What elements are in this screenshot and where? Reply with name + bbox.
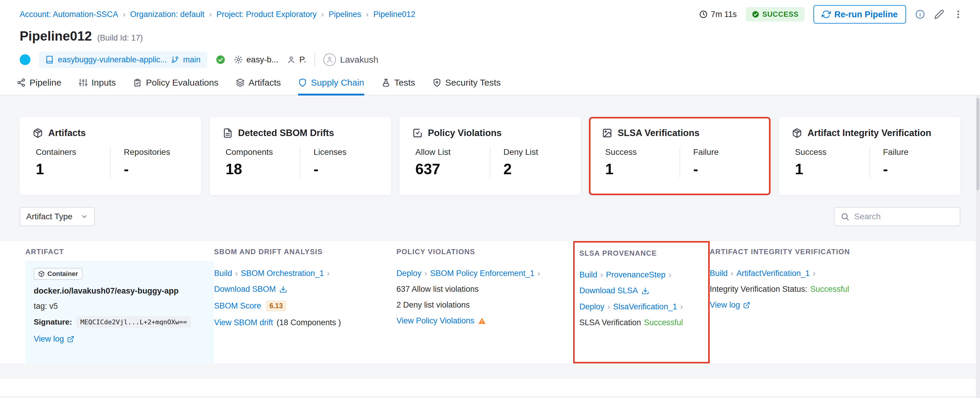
column-header: POLICY VIOLATIONS <box>396 241 573 261</box>
integrity-stage-link[interactable]: Build <box>710 269 727 278</box>
policy-cell: Deploy SBOM Policy Enforcement_1 637 All… <box>396 261 573 363</box>
card-title: Policy Violations <box>428 128 502 138</box>
tab-inputs[interactable]: Inputs <box>79 78 116 96</box>
artifact-type-label: Artifact Type <box>26 212 72 221</box>
sbom-score-link[interactable]: SBOM Score <box>214 301 261 310</box>
service-item[interactable]: easy-b... <box>234 55 278 64</box>
chevron-right-icon <box>813 269 816 278</box>
stat-value: 18 <box>226 160 300 178</box>
sbom-step-link[interactable]: SBOM Orchestration_1 <box>241 269 324 278</box>
artifact-signature: Signature: MEQCICde2Vjl...L+2+mqnOXw== <box>34 316 206 328</box>
tab-bar: Pipeline Inputs Policy Evaluations Artif… <box>0 78 980 96</box>
download-sbom-link[interactable]: Download SBOM <box>214 285 276 294</box>
view-policy-violations-line: View Policy Violations <box>396 316 562 326</box>
slsa-provenance-step-link[interactable]: ProvenanceStep <box>606 270 665 280</box>
components-count: (18 Components ) <box>277 318 341 327</box>
tab-artifacts[interactable]: Artifacts <box>236 78 281 96</box>
tab-policy-evaluations[interactable]: Policy Evaluations <box>133 78 218 96</box>
download-sbom-line: Download SBOM <box>214 285 386 294</box>
download-slsa-link[interactable]: Download SLSA <box>579 286 638 296</box>
edit-pencil-icon[interactable] <box>934 9 944 19</box>
gear-icon <box>234 55 243 64</box>
slsa-verification-step-link[interactable]: SlsaVerification_1 <box>613 302 677 312</box>
card-title: Detected SBOM Drifts <box>238 128 334 138</box>
artifact-tag: tag: v5 <box>34 302 206 311</box>
download-icon[interactable] <box>641 287 649 295</box>
breadcrumb-org[interactable]: Organization: default <box>130 10 204 19</box>
repo-chip[interactable]: easybuggy-vulnerable-applic... main <box>39 52 207 68</box>
rerun-pipeline-button[interactable]: Re-run Pipeline <box>813 5 906 24</box>
breadcrumb: Account: Automation-SSCA Organization: d… <box>20 10 415 19</box>
tab-supply-chain[interactable]: Supply Chain <box>298 78 364 96</box>
breadcrumb-project[interactable]: Project: Product Exploratory <box>216 10 317 19</box>
integrity-status-line: Integrity Verification Status: Successfu… <box>710 285 945 294</box>
breadcrumb-account[interactable]: Account: Automation-SSCA <box>20 10 118 19</box>
policy-evaluations-icon <box>133 78 142 87</box>
column-header: ARTIFACT INTEGRITY VERIFICATION <box>710 241 955 261</box>
chevron-right-icon <box>538 269 540 278</box>
check-square-icon <box>412 128 423 138</box>
integrity-view-log-link[interactable]: View log <box>710 300 750 310</box>
tests-icon <box>382 78 390 87</box>
sbom-stage-link[interactable]: Build <box>214 269 232 278</box>
slsa-deploy-links: Deploy SlsaVerification_1 <box>579 302 698 312</box>
card-title: Artifacts <box>48 128 86 138</box>
slsa-badge-icon <box>602 128 612 138</box>
tab-security-tests[interactable]: Security Tests <box>433 78 501 96</box>
artifact-view-log-link[interactable]: View log <box>34 334 206 344</box>
supply-chain-icon <box>298 78 307 87</box>
external-link-icon <box>67 336 74 343</box>
breadcrumb-pipeline012[interactable]: Pipeline012 <box>373 10 415 19</box>
container-type-badge: Container <box>34 268 83 280</box>
artifacts-table: ARTIFACT Container docker.io/lavakush07/… <box>25 241 955 363</box>
tab-label: Pipeline <box>30 78 61 88</box>
pipeline-icon <box>17 78 25 87</box>
search-input[interactable] <box>854 211 954 222</box>
container-type-label: Container <box>48 270 78 278</box>
tab-tests[interactable]: Tests <box>382 78 415 96</box>
pipeline-meta-bar: easybuggy-vulnerable-applic... main easy… <box>0 50 980 69</box>
environment-name: P. <box>299 55 306 64</box>
status-text: SUCCESS <box>762 10 799 19</box>
view-sbom-drift-link[interactable]: View SBOM drift <box>214 318 273 327</box>
stat-label: Failure <box>693 147 757 157</box>
info-icon[interactable] <box>915 9 925 19</box>
breadcrumb-pipelines[interactable]: Pipelines <box>328 10 361 19</box>
artifact-type-dropdown[interactable]: Artifact Type <box>20 207 95 226</box>
environment-item[interactable]: P. <box>287 55 306 64</box>
chevron-down-icon <box>81 213 88 221</box>
stat-label: Containers <box>36 147 110 157</box>
chevron-right-icon <box>327 269 330 278</box>
chevron-right-icon <box>425 269 427 278</box>
stat-label: Repositories <box>124 147 188 157</box>
integrity-step-link[interactable]: ArtifactVerification_1 <box>737 269 810 278</box>
branch-name[interactable]: main <box>183 55 200 64</box>
avatar <box>323 53 336 66</box>
slsa-deploy-stage-link[interactable]: Deploy <box>579 302 605 312</box>
policy-step-link[interactable]: SBOM Policy Enforcement_1 <box>430 269 535 278</box>
stat-label: Licenses <box>313 147 378 157</box>
download-slsa-line: Download SLSA <box>579 286 698 296</box>
search-icon <box>840 212 850 221</box>
integrity-status-label: Integrity Verification Status: <box>710 285 807 294</box>
sbom-drift-line: View SBOM drift (18 Components ) <box>214 318 386 327</box>
scrollbar-thumb[interactable] <box>977 98 979 190</box>
view-policy-violations-link[interactable]: View Policy Violations <box>396 316 474 326</box>
chevron-right-icon <box>730 269 733 278</box>
stat-label: Components <box>226 147 300 157</box>
repo-name[interactable]: easybuggy-vulnerable-applic... <box>58 55 167 64</box>
signature-value: MEQCICde2Vjl...L+2+mqnOXw== <box>76 316 191 328</box>
integrity-view-log-line: View log <box>710 300 945 310</box>
kebab-menu-icon[interactable] <box>953 9 963 19</box>
chevron-right-icon <box>209 10 212 19</box>
tab-pipeline[interactable]: Pipeline <box>17 78 61 96</box>
download-icon[interactable] <box>279 286 287 293</box>
external-link-icon <box>743 302 750 309</box>
stat-label: Success <box>795 147 869 157</box>
container-box-icon <box>38 271 45 277</box>
service-name: easy-b... <box>247 55 278 64</box>
policy-stage-link[interactable]: Deploy <box>396 269 422 278</box>
slsa-build-stage-link[interactable]: Build <box>579 270 597 280</box>
scrollbar-track[interactable] <box>976 96 980 398</box>
card-slsa-verifications: SLSA Verifications Success1 Failure- <box>589 117 770 195</box>
